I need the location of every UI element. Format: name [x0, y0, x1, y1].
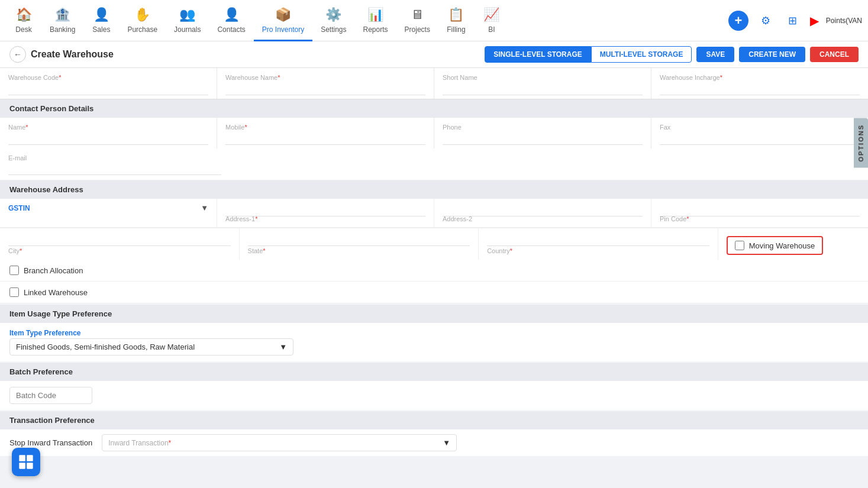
nav-journals[interactable]: 👥 Journals — [166, 0, 209, 41]
desk-icon: 🏠 — [14, 5, 33, 24]
mobile-field: Mobile* — [217, 118, 434, 148]
branch-allocation-checkbox[interactable] — [9, 266, 19, 275]
nav-reports[interactable]: 📊 Reports — [355, 0, 396, 41]
contacts-icon: 👤 — [222, 5, 241, 24]
sales-icon: 👤 — [92, 5, 111, 24]
nav-contacts-label: Contacts — [217, 25, 245, 34]
branch-allocation-label[interactable]: Branch Allocation — [24, 266, 83, 275]
email-input[interactable] — [8, 162, 221, 175]
filling-icon: 📋 — [447, 5, 466, 24]
linked-warehouse-label[interactable]: Linked Warehouse — [24, 288, 88, 297]
nav-pro-inventory[interactable]: 📦 Pro Inventory — [254, 0, 312, 41]
transaction-section: Stop Inward Transaction Inward Transacti… — [0, 429, 868, 456]
inward-transaction-placeholder: Inward Transaction* — [108, 439, 171, 447]
reports-icon: 📊 — [366, 5, 385, 24]
warehouse-code-field: Warehouse Code* — [0, 68, 217, 99]
warehouse-code-input[interactable] — [8, 82, 208, 95]
email-field-wrapper: E-mail — [8, 153, 221, 175]
pincode-field: Pin Code* — [651, 199, 868, 227]
warehouse-incharge-field: Warehouse Incharge* — [651, 68, 868, 99]
fax-field: Fax — [651, 118, 868, 148]
nav-desk[interactable]: 🏠 Desk — [6, 0, 41, 41]
create-new-button[interactable]: CREATE NEW — [739, 47, 805, 62]
main-form: Warehouse Code* Warehouse Name* Short Na… — [0, 68, 868, 456]
stop-inward-label: Stop Inward Transaction — [9, 438, 92, 447]
item-type-section: Item Type Preference Finished Goods, Sem… — [0, 323, 868, 361]
fax-input[interactable] — [660, 132, 860, 145]
warehouse-incharge-label: Warehouse Incharge* — [660, 74, 860, 81]
address1-input[interactable] — [225, 203, 425, 216]
cancel-button[interactable]: CANCEL — [810, 47, 859, 62]
gear-button[interactable]: ⚙ — [756, 11, 776, 31]
moving-warehouse-checkbox[interactable] — [735, 241, 744, 250]
state-field: State* — [240, 228, 479, 260]
name-label: Name* — [8, 124, 208, 131]
moving-warehouse-box: Moving Warehouse — [727, 236, 824, 255]
nav-projects[interactable]: 🖥 Projects — [396, 0, 438, 41]
item-type-select[interactable]: Finished Goods, Semi-finished Goods, Raw… — [9, 338, 293, 356]
address2-input[interactable] — [443, 203, 643, 216]
nav-banking[interactable]: 🏦 Banking — [41, 0, 83, 41]
transaction-section-header: Transaction Preference — [0, 411, 868, 429]
nav-contacts[interactable]: 👤 Contacts — [209, 0, 253, 41]
top-navigation: 🏠 Desk 🏦 Banking 👤 Sales ✋ Purchase 👥 Jo… — [0, 0, 868, 41]
short-name-input[interactable] — [443, 82, 643, 95]
mobile-label: Mobile* — [225, 124, 425, 131]
nav-filling-label: Filling — [447, 25, 465, 34]
inward-transaction-select[interactable]: Inward Transaction* ▼ — [102, 434, 457, 451]
phone-field: Phone — [434, 118, 651, 148]
add-button[interactable]: + — [728, 11, 748, 31]
options-sidebar[interactable]: OPTIONS — [854, 118, 868, 168]
address2-field: Address-2 — [434, 199, 651, 227]
gstin-field: GSTIN ▼ — [0, 199, 217, 227]
warehouse-basic-fields: Warehouse Code* Warehouse Name* Short Na… — [0, 68, 868, 99]
state-input[interactable] — [248, 233, 470, 246]
state-label: State* — [248, 247, 266, 254]
multi-level-storage-button[interactable]: MULTI-LEVEL STORAGE — [591, 46, 692, 63]
back-button[interactable]: ← — [9, 46, 26, 63]
nav-purchase[interactable]: ✋ Purchase — [119, 0, 166, 41]
email-label: E-mail — [8, 154, 27, 161]
moving-warehouse-label[interactable]: Moving Warehouse — [749, 241, 815, 250]
pincode-input[interactable] — [660, 203, 860, 216]
save-button[interactable]: SAVE — [696, 47, 734, 62]
single-level-storage-button[interactable]: SINGLE-LEVEL STORAGE — [485, 46, 591, 63]
phone-input[interactable] — [443, 132, 643, 145]
nav-bi[interactable]: 📈 BI — [474, 0, 509, 41]
storage-buttons: SINGLE-LEVEL STORAGE MULTI-LEVEL STORAGE — [485, 46, 692, 63]
email-row: E-mail — [0, 148, 868, 180]
pro-inventory-icon: 📦 — [273, 5, 292, 24]
nav-sales[interactable]: 👤 Sales — [83, 0, 119, 41]
phone-label: Phone — [443, 124, 643, 131]
batch-section-header: Batch Preference — [0, 363, 868, 381]
fab-button[interactable] — [12, 448, 40, 456]
gstin-select[interactable]: GSTIN ▼ — [8, 203, 208, 212]
youtube-icon: ▶ — [810, 14, 819, 28]
city-field: City* — [0, 228, 240, 260]
warehouse-incharge-input[interactable] — [660, 82, 860, 95]
warehouse-name-input[interactable] — [225, 82, 425, 95]
purchase-icon: ✋ — [133, 5, 152, 24]
country-input[interactable] — [487, 233, 709, 246]
nav-bi-label: BI — [488, 25, 495, 34]
batch-code-input[interactable] — [9, 387, 92, 404]
address-row-1: GSTIN ▼ Address-1* Address-2 Pin Code* — [0, 199, 868, 228]
svg-rect-1 — [27, 455, 33, 456]
mobile-input[interactable] — [225, 132, 425, 145]
country-label: Country* — [487, 247, 512, 254]
nav-projects-label: Projects — [405, 25, 430, 34]
nav-filling[interactable]: 📋 Filling — [438, 0, 474, 41]
page-title: Create Warehouse — [31, 49, 480, 60]
nav-settings[interactable]: ⚙️ Settings — [312, 0, 354, 41]
linked-warehouse-checkbox[interactable] — [9, 287, 19, 297]
batch-section — [0, 381, 868, 410]
nav-sales-label: Sales — [92, 25, 110, 34]
grid-button[interactable]: ⊞ — [783, 11, 803, 31]
contact-fields: Name* Mobile* Phone Fax — [0, 118, 868, 148]
city-label: City* — [8, 247, 22, 254]
name-input[interactable] — [8, 132, 208, 145]
item-type-preference-label: Item Type Preference — [9, 329, 859, 337]
nav-items: 🏠 Desk 🏦 Banking 👤 Sales ✋ Purchase 👥 Jo… — [6, 0, 728, 41]
city-input[interactable] — [8, 233, 231, 246]
svg-rect-0 — [19, 455, 25, 456]
